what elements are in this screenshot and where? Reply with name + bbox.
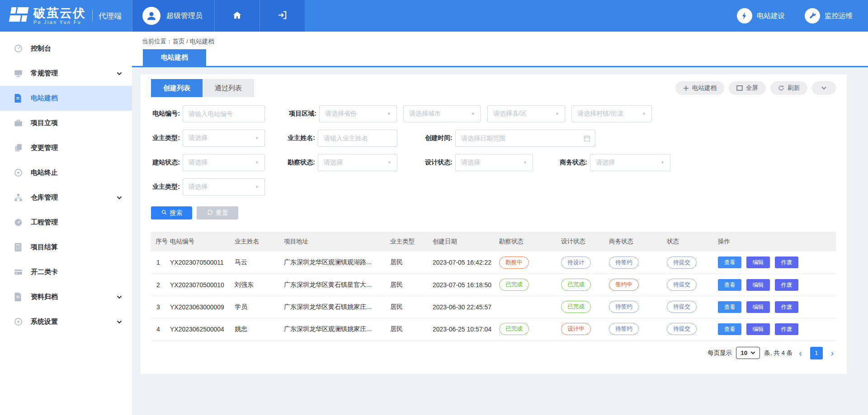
sitemap-icon: [14, 193, 24, 203]
date-range-input[interactable]: [455, 130, 595, 147]
view-button[interactable]: 查看: [718, 301, 741, 313]
sidebar-item-system-settings[interactable]: 系统设置: [0, 309, 132, 334]
topnav-station-build[interactable]: 电站建设: [737, 8, 785, 23]
sidebar-item-type2-card[interactable]: 开二类卡: [0, 260, 132, 284]
county-select[interactable]: 请选择县/区▼: [487, 105, 565, 122]
edit-button[interactable]: 编辑: [746, 323, 770, 335]
brand-romanized: Po Jian Yun Fu: [33, 19, 86, 25]
select-caret-icon: ▼: [255, 160, 259, 165]
tab-create-list[interactable]: 创建列表: [151, 79, 203, 97]
page-tab-station-filing[interactable]: 电站建档: [143, 49, 206, 66]
chevron-down-icon: [821, 86, 827, 90]
view-button[interactable]: 查看: [718, 323, 741, 335]
next-page-button[interactable]: ›: [829, 348, 836, 358]
topnav-monitor-ops[interactable]: 监控运维: [805, 8, 853, 23]
town-select[interactable]: 请选择村镇/街道▼: [571, 105, 652, 122]
monitor-icon: [14, 69, 24, 79]
breadcrumb-label: 当前位置：: [142, 38, 173, 45]
create-time-range: [455, 130, 595, 147]
sidebar-item-data-archive[interactable]: 资料归档: [0, 284, 132, 309]
edit-button[interactable]: 编辑: [746, 279, 770, 291]
refresh-button[interactable]: 刷新: [770, 81, 807, 95]
page-size-select[interactable]: 10: [736, 347, 760, 359]
business-status-select[interactable]: 请选择▼: [590, 154, 670, 171]
sidebar-item-station-filing[interactable]: 电站建档: [0, 86, 132, 111]
calendar-icon[interactable]: [583, 135, 591, 142]
topbar: 破茧云伏 Po Jian Yun Fu 代理端 超级管理员: [0, 0, 868, 32]
logout-button[interactable]: [259, 0, 305, 32]
sidebar-item-project-settlement[interactable]: 项目结算: [0, 235, 132, 260]
reset-button[interactable]: 重置: [197, 206, 238, 219]
sidebar-item-general-mgmt[interactable]: 常规管理: [0, 61, 132, 86]
status-badge: 已完成: [499, 323, 529, 335]
col-address: 项目地址: [283, 232, 389, 252]
status-badge: 待提交: [667, 301, 697, 313]
edit-button[interactable]: 编辑: [746, 301, 770, 313]
sidebar-item-engineering-mgmt[interactable]: 工程管理: [0, 210, 132, 235]
survey-status-label: 勘察状态:: [286, 159, 315, 167]
fullscreen-button[interactable]: 全屏: [729, 81, 766, 95]
brand-divider: [92, 10, 93, 22]
col-code: 电站编号: [169, 232, 234, 252]
table-row: 1 YX2023070500011 马云 广东深圳龙华区观澜镇观湖路... 居民…: [151, 252, 836, 274]
sidebar-item-warehouse-mgmt[interactable]: 仓库管理: [0, 185, 132, 210]
card-icon: [14, 267, 24, 277]
status-badge: 待签约: [609, 256, 639, 269]
owner-name-input[interactable]: [318, 130, 397, 147]
col-created: 创建日期: [432, 232, 498, 252]
add-station-button[interactable]: 电站建档: [675, 81, 724, 95]
chevron-down-icon: [117, 196, 122, 200]
col-survey: 勘察状态: [498, 232, 560, 252]
select-caret-icon: ▼: [642, 112, 646, 116]
brand-portal-label: 代理端: [99, 11, 122, 21]
owner-type2-select[interactable]: 请选择▼: [183, 178, 265, 196]
status-badge: 待提交: [667, 279, 697, 291]
void-button[interactable]: 作废: [775, 301, 798, 313]
document-icon: [14, 93, 24, 103]
settings-icon: [14, 317, 24, 327]
collapse-toolbar-button[interactable]: [812, 81, 836, 95]
sidebar-item-change-mgmt[interactable]: 变更管理: [0, 135, 132, 160]
status-badge: 已完成: [561, 279, 591, 291]
table-row: 3 YX2023063000009 学员 广东深圳龙华区黄石镇姚家庄... 居民…: [151, 296, 836, 318]
sidebar-item-project-initiation[interactable]: 项目立项: [0, 111, 132, 135]
status-badge: 待提交: [667, 323, 697, 335]
table-row: 4 YX2023062500004 姚忠 广东深圳龙华区观澜镇姚家庄... 居民…: [151, 318, 836, 340]
search-button[interactable]: 搜索: [151, 206, 192, 219]
owner-type-select[interactable]: 请选择▼: [183, 130, 265, 147]
pagination: 每页显示 10 条, 共 4 条 ‹ 1 ›: [151, 347, 836, 359]
region-label: 项目区域:: [288, 110, 316, 118]
select-caret-icon: ▼: [255, 185, 259, 189]
build-status-select[interactable]: 请选择▼: [183, 154, 265, 171]
design-status-select[interactable]: 请选择▼: [455, 154, 533, 171]
void-button[interactable]: 作废: [775, 256, 798, 268]
speedometer-icon: [14, 218, 24, 228]
void-button[interactable]: 作废: [775, 323, 798, 335]
station-code-input[interactable]: [183, 105, 265, 122]
view-button[interactable]: 查看: [718, 279, 741, 291]
view-button[interactable]: 查看: [718, 256, 741, 268]
page-number-button[interactable]: 1: [810, 347, 823, 359]
edit-button[interactable]: 编辑: [746, 256, 770, 268]
sidebar-item-console[interactable]: 控制台: [0, 36, 132, 61]
sidebar: 控制台 常规管理 电站建档 项目立项: [0, 32, 132, 415]
station-table: 序号 电站编号 业主姓名 项目地址 业主类型 创建日期 勘察状态 设计状态 商务…: [151, 232, 836, 340]
main-content: 当前位置：首页 / 电站建档 电站建档 创建列表 通过列表 电站建档: [132, 32, 868, 415]
void-button[interactable]: 作废: [775, 279, 798, 291]
chevron-down-icon: [117, 72, 122, 75]
city-select[interactable]: 请选择城市▼: [403, 105, 481, 122]
survey-status-select[interactable]: 请选择▼: [318, 154, 397, 171]
province-select[interactable]: 请选择省份▼: [319, 105, 397, 122]
sidebar-item-station-termination[interactable]: 电站终止: [0, 160, 132, 185]
archive-icon: [14, 292, 24, 302]
per-page-label: 每页显示: [708, 349, 732, 357]
avatar: [142, 7, 160, 25]
lightning-icon: [737, 8, 752, 23]
gauge-icon: [14, 44, 24, 54]
home-button[interactable]: [214, 0, 259, 32]
toolbar: 电站建档 全屏 刷新: [675, 81, 836, 95]
tab-passed-list[interactable]: 通过列表: [203, 79, 254, 97]
user-menu[interactable]: 超级管理员: [132, 0, 214, 32]
prev-page-button[interactable]: ‹: [797, 348, 804, 358]
status-badge: 已完成: [561, 301, 591, 313]
